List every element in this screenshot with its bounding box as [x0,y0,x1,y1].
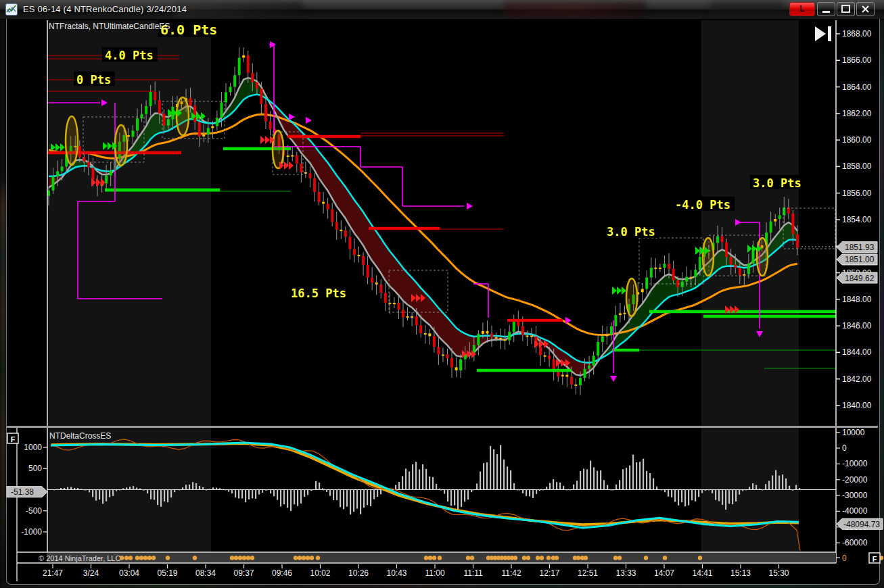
svg-text:15:30: 15:30 [768,568,789,578]
svg-text:-40000: -40000 [842,506,868,516]
svg-text:09:37: 09:37 [233,568,254,578]
svg-text:1842.00: 1842.00 [842,374,872,384]
svg-text:1848.00: 1848.00 [842,295,872,304]
svg-text:13:33: 13:33 [615,568,636,578]
svg-text:1856.00: 1856.00 [842,189,872,198]
svg-text:11:11: 11:11 [463,568,483,578]
svg-text:1860.00: 1860.00 [842,135,872,145]
panel-splitter[interactable] [7,426,878,428]
desktop: ES 06-14 (4 NTRenkoCandle) 3/24/2014 L 6… [0,0,884,588]
svg-text:-51.38: -51.38 [11,487,34,497]
svg-text:-20000: -20000 [842,475,868,485]
svg-text:03:04: 03:04 [119,568,139,578]
svg-text:10:02: 10:02 [310,568,330,578]
svg-text:1000: 1000 [24,443,42,452]
svg-text:3.0 Pts: 3.0 Pts [753,176,801,190]
svg-text:12:17: 12:17 [539,568,559,578]
svg-text:1844.00: 1844.00 [842,347,872,357]
svg-text:10000: 10000 [842,428,865,437]
svg-text:11:42: 11:42 [501,568,521,578]
svg-text:F: F [11,435,16,443]
svg-text:0: 0 [842,554,847,563]
svg-text:1854.00: 1854.00 [842,215,872,224]
svg-text:14:07: 14:07 [654,568,674,578]
svg-text:3.0 Pts: 3.0 Pts [607,225,655,239]
svg-text:6.0 Pts: 6.0 Pts [160,22,217,38]
indicator-right-axis[interactable]: 100000-10000-20000-30000-40000-50000-600… [836,428,883,547]
svg-text:1851.93: 1851.93 [845,243,875,252]
svg-text:21:47: 21:47 [43,568,63,578]
svg-text:0: 0 [842,443,847,453]
svg-text:11:00: 11:00 [425,568,444,578]
svg-text:4.0 Pts: 4.0 Pts [105,49,154,62]
svg-text:-500: -500 [26,506,42,516]
svg-text:14:41: 14:41 [692,568,712,578]
time-axis[interactable]: 21:473/2403:0405:1908:3409:3709:4610:021… [43,564,789,578]
indicator-left-axis[interactable]: 1000500-500-1000-51.38 [7,443,47,537]
chart-window: ES 06-14 (4 NTRenkoCandle) 3/24/2014 L 6… [0,0,884,588]
svg-text:05:19: 05:19 [157,568,177,578]
svg-text:09:46: 09:46 [272,568,292,578]
svg-text:08:34: 08:34 [195,568,216,578]
svg-text:1862.00: 1862.00 [842,109,872,118]
price-axis[interactable]: 1868.001866.001864.001862.001860.001858.… [836,29,877,410]
svg-text:1858.00: 1858.00 [842,162,872,171]
svg-text:1866.00: 1866.00 [842,55,872,65]
svg-text:3/24: 3/24 [83,568,99,578]
go-to-end-icon[interactable] [815,26,831,41]
svg-text:F: F [873,555,877,563]
svg-text:1864.00: 1864.00 [842,82,872,92]
svg-text:-10000: -10000 [842,459,868,468]
svg-text:10:26: 10:26 [348,568,369,578]
svg-text:-60000: -60000 [842,538,868,547]
svg-text:1849.62: 1849.62 [845,274,875,283]
svg-text:12:51: 12:51 [578,568,598,578]
svg-text:10:43: 10:43 [386,568,406,578]
chart-canvas[interactable]: 6.0 Pts4.0 Pts0 Pts16.5 Pts3.0 Pts-4.0 P… [0,0,884,588]
svg-text:1851.00: 1851.00 [845,255,875,264]
svg-text:1868.00: 1868.00 [842,29,872,39]
svg-text:500: 500 [28,464,42,473]
svg-text:16.5 Pts: 16.5 Pts [291,287,346,300]
svg-text:-1000: -1000 [21,527,42,537]
svg-text:1840.00: 1840.00 [842,401,872,410]
svg-text:-48094.73: -48094.73 [843,520,880,529]
svg-text:0 Pts: 0 Pts [76,73,111,87]
svg-text:-30000: -30000 [842,491,868,500]
focus-button-bottom[interactable]: F [869,553,880,563]
signal-dots-bar: 0 [47,553,883,563]
svg-text:1846.00: 1846.00 [842,321,872,330]
svg-text:-4.0 Pts: -4.0 Pts [675,198,730,212]
focus-button-top[interactable]: F [7,433,18,443]
svg-text:15:13: 15:13 [730,568,751,578]
